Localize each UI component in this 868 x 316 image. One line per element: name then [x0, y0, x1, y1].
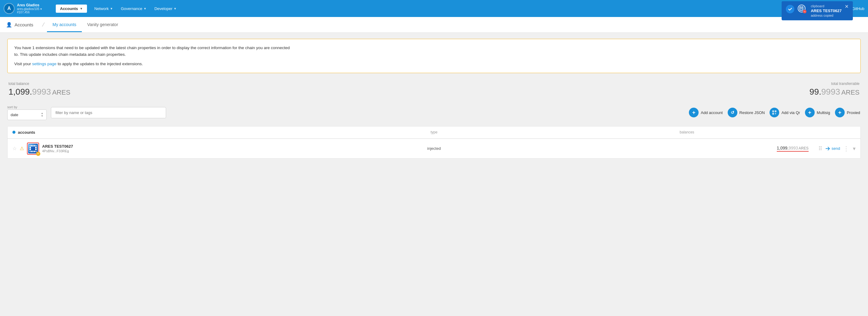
proxied-label: Proxied	[847, 110, 860, 115]
more-actions-icon[interactable]: ⋮	[843, 145, 849, 152]
chevron-down-icon: ▼	[80, 7, 83, 10]
table-header-left: accounts	[12, 130, 350, 135]
nav-governance[interactable]: Governance ▼	[117, 4, 150, 13]
send-button[interactable]: send	[825, 146, 840, 151]
clipboard-title: clipboard	[811, 4, 842, 8]
main-content: You have 1 extensions that need to be up…	[0, 33, 868, 165]
add-via-qr-label: Add via Qr	[781, 110, 800, 115]
chevron-down-icon: ▼	[110, 7, 113, 10]
balance-unit: ARES	[799, 146, 809, 150]
chevron-down-icon: ▼	[144, 7, 147, 10]
nav-network[interactable]: Network ▼	[91, 4, 117, 13]
clipboard-account-name: ARES TEST0627	[811, 8, 842, 13]
nav-developer[interactable]: Developer ▼	[151, 4, 180, 13]
row-type: injected	[350, 146, 518, 151]
balance-section: total balance 1,099.9993ARES total trans…	[7, 82, 861, 97]
top-navigation: A Ares Gladios ares-gladios/105 ▾ #107,4…	[0, 0, 868, 17]
restore-json-button[interactable]: ↺ Restore JSON	[727, 107, 766, 119]
qr-icon	[770, 108, 779, 117]
add-via-qr-button[interactable]: Add via Qr	[769, 107, 800, 119]
account-avatar: −	[27, 143, 39, 155]
clipboard-content: clipboard ARES TEST0627 address copied	[811, 4, 842, 17]
warning-box: You have 1 extensions that need to be up…	[7, 39, 861, 73]
transferable-whole: 99.	[809, 87, 821, 96]
avatar-pattern	[29, 145, 37, 152]
vanity-generator-label: Vanity generator	[87, 22, 118, 27]
table-header: accounts type balances	[7, 126, 861, 139]
warning-line1: You have 1 extensions that need to be up…	[14, 46, 290, 50]
sort-label: sort by	[7, 105, 47, 109]
total-balance-label: total balance	[8, 82, 70, 86]
warning-visit: Visit your	[14, 62, 31, 66]
row-balance-value: 1,099.9993ARES	[777, 146, 809, 152]
accounts-table: accounts type balances ☆ ⚠	[7, 126, 861, 159]
table-type-header: type	[350, 130, 518, 134]
arrow-up-icon: ▲	[41, 112, 43, 115]
user-avatar: A	[4, 3, 14, 14]
svg-rect-11	[776, 113, 776, 114]
user-info-area: A Ares Gladios ares-gladios/105 ▾ #107,4…	[4, 3, 52, 14]
proxied-button[interactable]: + Proxied	[834, 107, 861, 119]
settings-page-link[interactable]: settings page	[32, 62, 56, 66]
arrow-down-icon: ▼	[41, 115, 43, 117]
table-balances-header: balances	[518, 130, 856, 134]
sub-navigation: 👤 Accounts / My accounts Vanity generato…	[0, 17, 868, 33]
subnav-accounts-label: Accounts	[14, 22, 33, 27]
minus-badge: −	[36, 152, 40, 156]
star-icon[interactable]: ☆	[12, 146, 17, 151]
grid-action-icon[interactable]: ⠿	[818, 145, 822, 152]
send-icon	[825, 146, 830, 151]
add-account-icon: +	[689, 108, 699, 117]
send-label: send	[832, 146, 840, 151]
close-icon[interactable]: ✕	[845, 4, 848, 9]
warning-text-1: You have 1 extensions that need to be up…	[14, 45, 854, 58]
add-account-label: Add account	[701, 110, 722, 115]
total-balance-amount: 1,099.9993ARES	[8, 87, 70, 97]
github-label: GitHub	[852, 6, 864, 11]
balance-decimal: 9993	[788, 146, 798, 150]
proxied-icon: +	[835, 108, 845, 117]
accounts-icon: 👤	[6, 22, 12, 28]
add-account-button[interactable]: + Add account	[688, 107, 723, 119]
breadcrumb-divider: /	[41, 21, 45, 29]
total-whole: 1,099.	[8, 87, 32, 96]
user-block: #107,456	[17, 10, 42, 14]
transferable-decimal: 9993	[821, 87, 840, 96]
warning-line4: to apply the updates to the injected ext…	[58, 62, 143, 66]
table-row: ☆ ⚠ − ARES TEST0627 4PsBNv.	[7, 139, 861, 158]
subnav-section: 👤 Accounts	[6, 22, 39, 28]
total-balance-block: total balance 1,099.9993ARES	[8, 82, 70, 97]
svg-rect-10	[775, 113, 776, 114]
sort-value: date	[10, 113, 39, 117]
svg-rect-7	[773, 111, 774, 112]
expand-icon[interactable]: ▾	[853, 145, 856, 152]
account-info: ARES TEST0627 4PsBNv...F33REg	[42, 144, 73, 153]
row-actions: ⠿ send ⋮ ▾	[818, 145, 856, 152]
svg-rect-9	[773, 114, 774, 114]
account-address: 4PsBNv...F33REg	[42, 149, 73, 153]
transferable-label: total transferrable	[809, 82, 860, 86]
sort-select[interactable]: date ▲ ▼	[7, 110, 47, 120]
warning-line2: to. This update includes chain metadata …	[14, 52, 126, 57]
table-accounts-label: accounts	[18, 130, 35, 135]
svg-rect-13	[776, 114, 776, 114]
filter-input[interactable]	[51, 107, 166, 118]
total-decimal: 9993	[32, 87, 51, 96]
tab-vanity-generator[interactable]: Vanity generator	[82, 17, 124, 32]
accounts-btn-label: Accounts	[60, 6, 78, 11]
multisig-button[interactable]: + Multisig	[804, 107, 831, 119]
account-name: ARES TEST0627	[42, 144, 73, 149]
svg-rect-1	[800, 6, 802, 7]
warning-icon: ⚠	[20, 146, 24, 151]
total-unit: ARES	[52, 89, 70, 96]
nav-menu: Network ▼ Governance ▼ Developer ▼	[91, 4, 808, 13]
svg-rect-12	[775, 114, 776, 114]
user-name: Ares Gladios	[17, 3, 42, 7]
action-buttons: + Add account ↺ Restore JSON	[688, 107, 861, 119]
chevron-down-icon: ▼	[174, 7, 177, 10]
tab-my-accounts[interactable]: My accounts	[47, 17, 82, 32]
clipboard-sub: address copied	[811, 13, 842, 17]
svg-rect-8	[776, 111, 776, 112]
accounts-dropdown-button[interactable]: Accounts ▼	[56, 4, 87, 13]
transferable-balance-block: total transferrable 99.9993ARES	[809, 82, 860, 97]
